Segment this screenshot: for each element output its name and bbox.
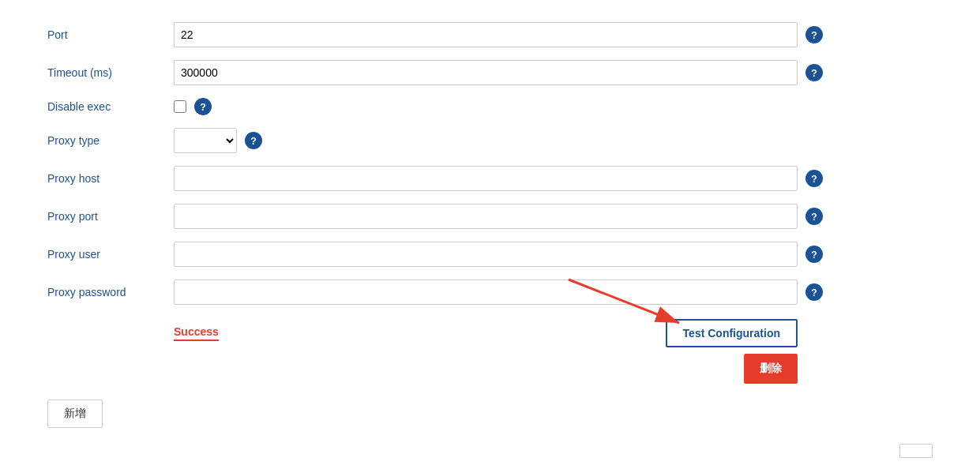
delete-button[interactable]: 删除	[744, 354, 798, 384]
proxy-type-label: Proxy type	[47, 134, 174, 147]
disable-exec-control-wrap: ?	[174, 98, 933, 115]
disable-exec-checkbox[interactable]	[174, 100, 186, 113]
disable-exec-row: Disable exec ?	[47, 92, 933, 122]
proxy-port-row: Proxy port ?	[47, 197, 933, 235]
timeout-row: Timeout (ms) ?	[47, 54, 933, 92]
test-configuration-button[interactable]: Test Configuration	[666, 319, 798, 347]
page-container: Port ? Timeout (ms) ? Disable exec ? Pro…	[0, 0, 980, 469]
proxy-user-control-wrap: ?	[174, 242, 933, 267]
proxy-password-row: Proxy password ?	[47, 273, 933, 311]
add-button-row: 新增	[47, 400, 933, 428]
delete-row: 删除	[174, 354, 798, 384]
timeout-label: Timeout (ms)	[47, 66, 174, 79]
proxy-password-help-icon[interactable]: ?	[805, 283, 823, 301]
proxy-user-input[interactable]	[174, 242, 798, 267]
proxy-port-control-wrap: ?	[174, 204, 933, 229]
disable-exec-label: Disable exec	[47, 100, 174, 113]
port-input[interactable]	[174, 22, 798, 47]
port-control-wrap: ?	[174, 22, 933, 47]
proxy-user-label: Proxy user	[47, 248, 174, 261]
bottom-action-row: Success Test Configuration	[174, 319, 798, 347]
proxy-password-label: Proxy password	[47, 286, 174, 298]
proxy-host-input[interactable]	[174, 166, 798, 191]
port-label: Port	[47, 28, 174, 41]
timeout-help-icon[interactable]: ?	[805, 64, 823, 81]
proxy-type-row: Proxy type HTTP SOCKS4 SOCKS5 ?	[47, 122, 933, 159]
proxy-password-input[interactable]	[174, 280, 798, 305]
timeout-control-wrap: ?	[174, 60, 933, 85]
proxy-type-select[interactable]: HTTP SOCKS4 SOCKS5	[174, 128, 237, 153]
proxy-host-control-wrap: ?	[174, 166, 933, 191]
proxy-host-row: Proxy host ?	[47, 159, 933, 197]
proxy-host-label: Proxy host	[47, 172, 174, 185]
proxy-port-label: Proxy port	[47, 210, 174, 223]
proxy-host-help-icon[interactable]: ?	[805, 170, 823, 187]
proxy-user-row: Proxy user ?	[47, 235, 933, 273]
proxy-port-help-icon[interactable]: ?	[805, 208, 823, 225]
proxy-password-control-wrap: ?	[174, 280, 933, 305]
proxy-type-help-icon[interactable]: ?	[245, 132, 262, 149]
port-help-icon[interactable]: ?	[805, 26, 823, 43]
action-area: Success Test Configuration 删除	[174, 319, 798, 384]
disable-exec-help-icon[interactable]: ?	[194, 98, 212, 115]
proxy-user-help-icon[interactable]: ?	[805, 246, 823, 263]
proxy-port-input[interactable]	[174, 204, 798, 229]
timeout-input[interactable]	[174, 60, 798, 85]
success-text: Success	[174, 325, 219, 341]
add-button[interactable]: 新增	[47, 400, 103, 428]
bottom-right-button[interactable]	[899, 444, 933, 458]
bottom-bar	[47, 444, 933, 458]
proxy-type-control-wrap: HTTP SOCKS4 SOCKS5 ?	[174, 128, 933, 153]
port-row: Port ?	[47, 16, 933, 54]
